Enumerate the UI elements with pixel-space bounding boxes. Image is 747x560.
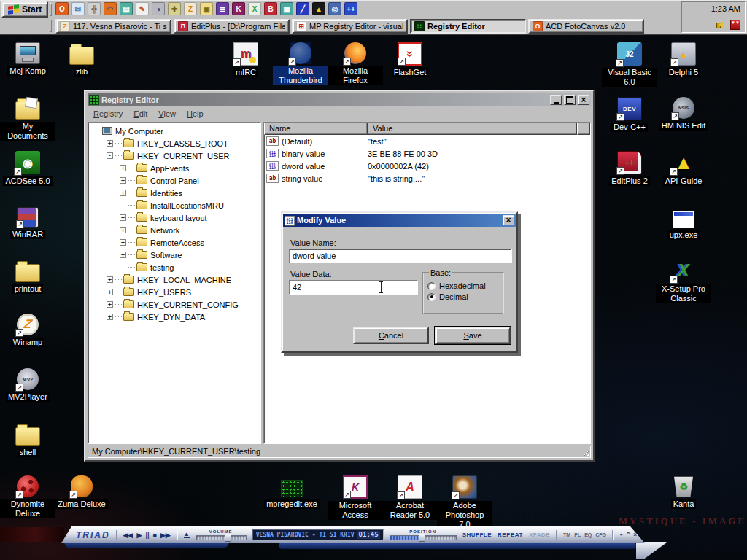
quicklaunch-access-icon[interactable]: K xyxy=(232,2,245,15)
quicklaunch-editplus-icon[interactable]: B xyxy=(264,2,277,15)
desktop-icon-visual-basic[interactable]: 32↗Visual Basic 6.0 xyxy=(602,42,657,87)
expander-icon[interactable]: - xyxy=(107,152,113,159)
stop-button[interactable]: ■ xyxy=(152,532,156,539)
desktop-icon-upx[interactable]: upx.exe xyxy=(656,206,711,240)
quicklaunch-mv2player-icon[interactable]: ◑ xyxy=(152,2,165,15)
expander-icon[interactable]: + xyxy=(120,214,126,221)
tree-item-keyboard-layout[interactable]: +keyboard layout xyxy=(90,211,260,224)
column-header-name[interactable]: Name xyxy=(264,122,368,135)
player-minimize-button[interactable]: - xyxy=(619,532,623,538)
taskbar-task-mp-registry-editor-visual[interactable]: ⊞MP Registry Editor - visual ... xyxy=(292,19,408,34)
quicklaunch-devcpp-icon[interactable]: ++ xyxy=(344,2,357,15)
shuffle-toggle[interactable]: SHUFFLE xyxy=(462,532,492,538)
menu-registry[interactable]: Registry xyxy=(93,109,123,118)
cfg-button[interactable]: CFG xyxy=(595,532,606,537)
radio-decimal[interactable]: Decimal xyxy=(427,292,499,301)
desktop-icon-shell[interactable]: shell xyxy=(0,423,55,457)
tree-item-appevents[interactable]: +AppEvents xyxy=(90,162,260,174)
quicklaunch-pen-icon[interactable]: ╱ xyxy=(296,2,309,15)
quicklaunch-winamp-icon[interactable]: Z xyxy=(184,2,197,15)
expander-icon[interactable]: + xyxy=(120,190,126,196)
desktop-icon-api-guide[interactable]: ▲↗API-Guide xyxy=(656,151,711,186)
tree-item-hkey-users[interactable]: +HKEY_USERS xyxy=(90,286,260,298)
taskbar-task-editplus-d-program-file[interactable]: BEditPlus - [D:\Program File... xyxy=(174,19,290,34)
desktop-icon-winamp[interactable]: Z↗Winamp xyxy=(0,314,55,347)
desktop-icon-dynomite-deluxe[interactable]: ↗Dynomite Deluxe xyxy=(0,475,55,518)
taskrow-grip[interactable] xyxy=(50,20,52,32)
desktop-icon-kanta[interactable]: ♻Kanta xyxy=(656,475,711,509)
menu-view[interactable]: View xyxy=(158,109,176,118)
tm-button[interactable]: TM xyxy=(563,532,570,537)
menu-edit[interactable]: Edit xyxy=(133,109,147,118)
value-data-input[interactable]: 42 xyxy=(289,280,418,295)
desktop-icon-mozilla-firefox[interactable]: ↗Mozilla Firefox xyxy=(328,42,383,85)
desktop-icon-mpregedit[interactable]: mpregedit.exe xyxy=(264,475,320,509)
player-shade-button[interactable]: ^ xyxy=(626,532,630,538)
desktop-icon-moj-komp[interactable]: Moj Komp xyxy=(0,42,55,76)
position-slider[interactable] xyxy=(390,535,457,540)
quicklaunch-grip[interactable] xyxy=(50,3,52,16)
desktop-icon-zuma-deluxe[interactable]: ↗Zuma Deluxe xyxy=(54,475,109,509)
resize-grip[interactable] xyxy=(581,448,589,456)
volume-speaker-icon[interactable] xyxy=(716,20,727,29)
quicklaunch-network-icon[interactable]: ╬ xyxy=(88,2,101,15)
quicklaunch-image-folder-icon[interactable]: ▣ xyxy=(200,2,213,15)
close-button[interactable] xyxy=(578,95,589,105)
expander-icon[interactable]: + xyxy=(120,239,126,246)
desktop-icon-winrar[interactable]: ↗WinRAR xyxy=(0,206,55,239)
desktop-icon-my-documents[interactable]: My Documents xyxy=(0,97,55,141)
expander-icon[interactable]: + xyxy=(107,140,113,147)
quicklaunch-firefox-icon[interactable]: ◠ xyxy=(104,2,117,15)
quicklaunch-api-guide-icon[interactable]: ▲ xyxy=(312,2,325,15)
value-row-default[interactable]: ab(Default)"test" xyxy=(264,135,590,147)
desktop-icon-microsoft-access[interactable]: K↗Microsoft Access xyxy=(328,475,383,520)
tree-item-hkey-classes-root[interactable]: +HKEY_CLASSES_ROOT xyxy=(90,137,260,149)
radio-circle-decimal[interactable] xyxy=(427,293,436,301)
quicklaunch-notes-icon[interactable]: ▤ xyxy=(120,2,133,15)
pause-button[interactable]: || xyxy=(145,532,149,539)
tree-item-hkey-dyn-data[interactable]: +HKEY_DYN_DATA xyxy=(90,311,260,323)
start-button[interactable]: Start xyxy=(1,1,48,18)
taskbar-task-registry-editor[interactable]: ∷Registry Editor xyxy=(410,19,526,34)
eject-button[interactable]: ▲ xyxy=(184,532,190,538)
desktop-icon-hm-nis-edit[interactable]: NSIS↗HM NIS Edit xyxy=(656,97,711,131)
quicklaunch-mozilla-icon[interactable]: ◎ xyxy=(328,2,341,15)
value-name-input[interactable]: dword value xyxy=(289,249,512,263)
quicklaunch-acdsee-icon[interactable]: O xyxy=(55,2,69,15)
tree-item-hkey-current-config[interactable]: +HKEY_CURRENT_CONFIG xyxy=(90,298,260,311)
expander-icon[interactable]: + xyxy=(107,276,113,283)
volume-slider[interactable] xyxy=(196,535,247,540)
repeat-toggle[interactable]: REPEAT xyxy=(498,532,523,538)
tree-item-identities[interactable]: +Identities xyxy=(90,187,260,199)
taskbar-task-117-vesna-pisarovic-ti-s[interactable]: Z117. Vesna Pisarovic - Ti s... xyxy=(55,19,171,34)
dialog-close-button[interactable] xyxy=(503,215,514,225)
previous-button[interactable]: ◀◀ xyxy=(123,532,133,539)
desktop-icon-printout[interactable]: printout xyxy=(0,260,55,294)
maximize-button[interactable] xyxy=(564,95,576,105)
play-button[interactable]: ▶ xyxy=(137,532,142,539)
volume-knob[interactable] xyxy=(225,534,231,542)
expander-icon[interactable]: + xyxy=(120,165,126,171)
menu-help[interactable]: Help xyxy=(187,109,204,118)
next-button[interactable]: ▶▶ xyxy=(160,532,171,539)
desktop-icon-acrobat-reader[interactable]: A↗Acrobat Reader 5.0 xyxy=(382,475,438,520)
save-button[interactable]: Save xyxy=(435,327,511,344)
position-knob[interactable] xyxy=(419,534,425,542)
tree-item-my-computer[interactable]: My Computer xyxy=(90,125,260,137)
desktop-icon-flashget[interactable]: »↗FlashGet xyxy=(382,42,438,77)
desktop-icon-delphi-5[interactable]: ▲↗Delphi 5 xyxy=(656,42,711,77)
pl-button[interactable]: PL xyxy=(574,532,581,537)
desktop-icon-editplus-2[interactable]: ++↗EditPlus 2 xyxy=(602,151,657,186)
tree-item-network[interactable]: +Network xyxy=(90,224,260,236)
radio-hexadecimal[interactable]: Hexadecimal xyxy=(427,281,499,290)
taskbar-task-acd-fotocanvas-v2-0[interactable]: OACD FotoCanvas v2.0 xyxy=(528,19,644,34)
tree-item-installlocationsmru[interactable]: InstallLocationsMRU xyxy=(90,199,260,211)
desktop-icon-zlib[interactable]: zlib xyxy=(54,42,109,77)
desktop-icon-mv2player[interactable]: MV2↗MV2Player xyxy=(0,368,55,402)
tree-item-remoteaccess[interactable]: +RemoteAccess xyxy=(90,236,260,249)
eq-button[interactable]: EQ xyxy=(584,532,592,537)
tree-item-testing[interactable]: testing xyxy=(90,261,260,273)
expander-icon[interactable]: + xyxy=(120,227,126,233)
quicklaunch-books-icon[interactable]: ≣ xyxy=(216,2,229,15)
desktop-icon-mozilla-thunderbird[interactable]: ↗Mozilla Thunderbird xyxy=(273,42,328,85)
